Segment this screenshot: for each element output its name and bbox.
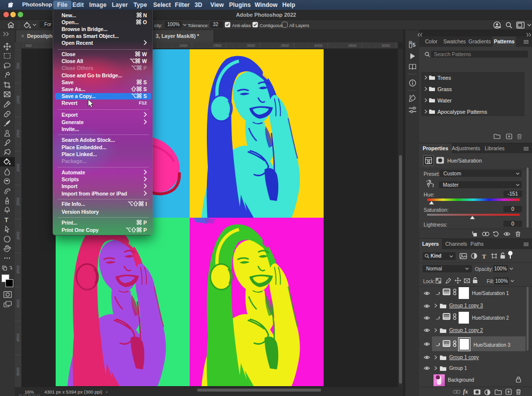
svg-text:T: T xyxy=(4,216,8,224)
svg-text:5: 5 xyxy=(413,42,416,48)
svg-text:T: T xyxy=(482,253,487,260)
